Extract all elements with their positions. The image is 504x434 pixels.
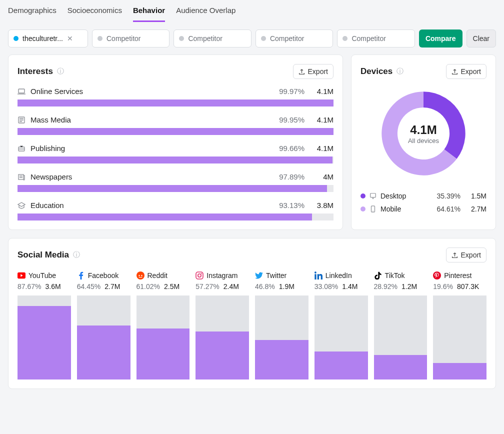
- svg-point-9: [138, 275, 140, 276]
- interest-count: 3.8M: [310, 201, 334, 210]
- svg-rect-3: [18, 174, 24, 180]
- tab-demographics[interactable]: Demographics: [8, 6, 56, 22]
- interest-pct: 99.97%: [270, 87, 304, 96]
- device-count: 2.7M: [464, 205, 486, 213]
- twitter-icon: [255, 272, 263, 280]
- reddit-icon: [136, 272, 144, 280]
- social-column: Instagram 57.27% 2.4M: [196, 270, 249, 380]
- tab-audience-overlap[interactable]: Audience Overlap: [176, 6, 236, 22]
- social-count: 1.4M: [342, 282, 358, 290]
- interest-count: 4.1M: [310, 116, 334, 124]
- interest-name: Mass Media: [30, 116, 264, 124]
- device-name: Mobile: [380, 205, 426, 213]
- interest-row: Publishing 99.66% 4.1M: [18, 144, 334, 164]
- social-name: Instagram: [206, 272, 238, 280]
- social-bar-fill: [18, 306, 71, 380]
- device-name: Desktop: [380, 192, 426, 200]
- interest-bar: [18, 185, 334, 192]
- svg-point-8: [136, 272, 144, 280]
- education-icon: [18, 202, 26, 210]
- info-icon[interactable]: ⓘ: [396, 67, 404, 76]
- device-pct: 35.39%: [430, 192, 460, 200]
- interest-bar-fill: [18, 100, 334, 106]
- competitor-input[interactable]: Competitor: [256, 30, 333, 48]
- social-column: Twitter 46.8% 1.9M: [255, 270, 308, 380]
- interest-bar: [18, 156, 334, 164]
- interest-row: Online Services 99.97% 4.1M: [18, 87, 334, 106]
- social-count: 807.3K: [457, 282, 479, 290]
- pinterest-icon: [433, 272, 441, 280]
- remove-site-icon[interactable]: ✕: [67, 34, 73, 42]
- competitor-placeholder: Competitor: [352, 34, 386, 42]
- interest-count: 4.1M: [310, 144, 334, 152]
- export-devices-button[interactable]: Export: [446, 64, 486, 79]
- interest-bar-fill: [18, 156, 332, 164]
- interest-name: Newspapers: [30, 172, 264, 181]
- social-column: Reddit 61.02% 2.5M: [136, 270, 190, 380]
- social-count: 3.6M: [45, 282, 60, 290]
- social-bar-fill: [433, 363, 486, 380]
- social-name: Facebook: [88, 272, 118, 280]
- facebook-icon: [77, 272, 85, 280]
- social-column: TikTok 28.92% 1.2M: [374, 270, 428, 380]
- export-label: Export: [461, 251, 481, 259]
- competitor-placeholder: Competitor: [270, 34, 304, 42]
- social-pct: 57.27%: [196, 282, 219, 290]
- donut-value: 4.1M: [408, 123, 439, 137]
- social-bar-fill: [374, 355, 428, 380]
- competitor-row: theculturetr... ✕ Competitor Competitor …: [8, 22, 496, 54]
- social-bar: [77, 296, 130, 380]
- svg-point-6: [372, 210, 373, 211]
- competitor-placeholder: Competitor: [106, 34, 140, 42]
- legend-dot-icon: [360, 194, 366, 198]
- site-chip[interactable]: theculturetr... ✕: [8, 30, 88, 48]
- tab-behavior[interactable]: Behavior: [133, 6, 165, 22]
- competitor-input[interactable]: Competitor: [174, 30, 251, 48]
- social-bar: [433, 296, 486, 380]
- newspaper-icon: [18, 173, 26, 181]
- export-interests-button[interactable]: Export: [293, 64, 334, 79]
- info-icon[interactable]: ⓘ: [57, 67, 64, 76]
- interest-name: Education: [30, 201, 264, 210]
- svg-point-12: [198, 274, 201, 277]
- social-pct: 28.92%: [374, 282, 398, 290]
- svg-point-10: [141, 275, 142, 276]
- compare-button[interactable]: Compare: [419, 30, 462, 48]
- social-count: 1.9M: [279, 282, 294, 290]
- dot-icon: [342, 36, 348, 41]
- competitor-placeholder: Competitor: [188, 34, 222, 42]
- tab-socioeconomics[interactable]: Socioeconomics: [68, 6, 122, 22]
- dot-icon: [98, 36, 102, 41]
- site-chip-label: theculturetr...: [22, 34, 63, 42]
- interest-count: 4.1M: [310, 87, 334, 96]
- instagram-icon: [196, 272, 204, 280]
- export-icon: [452, 68, 458, 75]
- donut-label: All devices: [408, 137, 439, 144]
- interest-bar: [18, 100, 334, 106]
- dot-icon: [179, 36, 184, 41]
- social-bar: [255, 296, 308, 380]
- interest-bar: [18, 128, 334, 135]
- interest-bar-fill: [18, 185, 327, 192]
- export-social-button[interactable]: Export: [446, 248, 486, 262]
- social-count: 2.5M: [164, 282, 180, 290]
- social-bar: [136, 296, 190, 380]
- laptop-icon: [18, 88, 26, 96]
- interest-bar-fill: [18, 214, 312, 220]
- interest-pct: 93.13%: [270, 201, 304, 210]
- mobile-icon: [370, 206, 376, 212]
- clear-button[interactable]: Clear: [466, 30, 496, 48]
- competitor-input[interactable]: Competitor: [337, 30, 414, 48]
- youtube-icon: [18, 272, 26, 280]
- social-column: LinkedIn 33.08% 1.4M: [314, 270, 368, 380]
- competitor-input[interactable]: Competitor: [92, 30, 170, 48]
- news-icon: [18, 116, 26, 124]
- interest-pct: 97.89%: [270, 172, 304, 181]
- device-pct: 64.61%: [430, 205, 460, 213]
- info-icon[interactable]: ⓘ: [73, 250, 80, 260]
- linkedin-icon: [314, 272, 322, 280]
- interests-card: Interests ⓘ Export Online Services 99.97…: [8, 54, 343, 230]
- interest-row: Education 93.13% 3.8M: [18, 201, 334, 220]
- social-bar-fill: [314, 352, 368, 380]
- interest-row: Mass Media 99.95% 4.1M: [18, 116, 334, 135]
